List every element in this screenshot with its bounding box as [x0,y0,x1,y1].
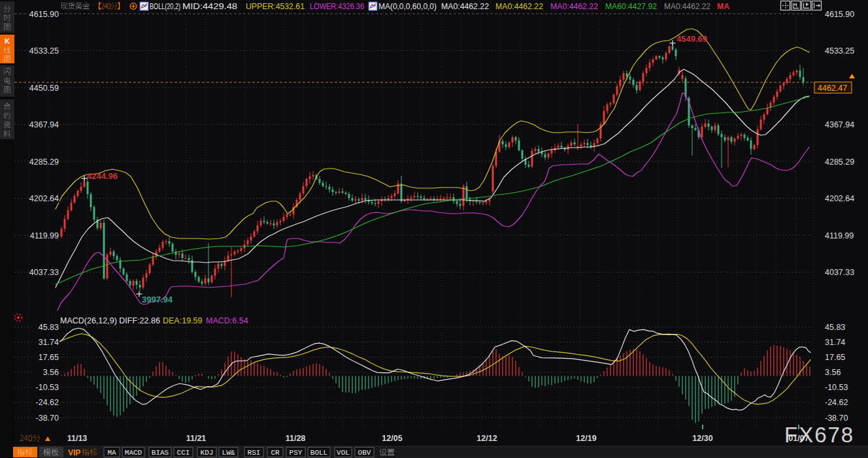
svg-text:12/12: 12/12 [476,434,497,443]
svg-text:VOL: VOL [337,449,350,457]
svg-text:4533.25: 4533.25 [29,46,59,56]
svg-text:4285.29: 4285.29 [29,157,59,167]
svg-text:4615.90: 4615.90 [29,10,59,19]
svg-text:MACD:6.54: MACD:6.54 [206,316,248,325]
svg-text:PSY: PSY [290,449,303,457]
svg-text:45.83: 45.83 [39,323,59,332]
svg-text:MACD: MACD [125,449,142,457]
svg-text:DEA:19.59: DEA:19.59 [163,316,203,325]
svg-text:-38.70: -38.70 [825,414,848,423]
svg-text:BOLL(20,2): BOLL(20,2) [150,2,180,11]
svg-text:LW&: LW& [222,449,235,457]
svg-text:12/05: 12/05 [382,434,402,443]
svg-text:CR: CR [271,449,280,457]
svg-text:4037.33: 4037.33 [29,268,59,277]
svg-text:31.74: 31.74 [39,338,59,347]
svg-text:4285.29: 4285.29 [825,157,854,167]
svg-text:-24.62: -24.62 [36,398,59,407]
svg-text:-24.62: -24.62 [825,398,848,407]
svg-text:MA(0,0,0,60,0,0): MA(0,0,0,60,0,0) [378,2,437,11]
svg-text:MA: MA [717,1,730,11]
svg-text:VIP: VIP [68,448,80,457]
svg-text:4367.94: 4367.94 [29,120,59,129]
svg-text:3.56: 3.56 [43,368,59,377]
svg-text:4244.96: 4244.96 [87,171,118,181]
svg-text:MA0:4462.22: MA0:4462.22 [664,1,710,11]
svg-text:4119.99: 4119.99 [825,231,854,240]
svg-text:17.65: 17.65 [825,353,845,362]
svg-text:12/19: 12/19 [576,434,596,443]
svg-text:MA: MA [107,449,116,457]
svg-text:11/21: 11/21 [186,434,207,443]
svg-text:FX678: FX678 [784,423,854,447]
svg-text:KDJ: KDJ [201,449,214,457]
svg-text:31.74: 31.74 [825,338,845,347]
svg-text:MA0:4462.22: MA0:4462.22 [550,1,598,11]
svg-text:3997.94: 3997.94 [142,295,173,304]
svg-text:4462.47: 4462.47 [818,84,847,93]
svg-text:4450.59: 4450.59 [29,84,59,93]
svg-text:CCI: CCI [177,449,190,457]
svg-text:-10.53: -10.53 [36,383,59,392]
svg-text:-10.53: -10.53 [825,383,848,392]
svg-text:K: K [5,37,10,45]
svg-text:BOLL: BOLL [310,449,327,457]
svg-text:45.83: 45.83 [825,323,845,332]
svg-text:4367.94: 4367.94 [825,120,854,129]
svg-text:12/30: 12/30 [692,434,712,443]
svg-text:UPPER:4532.61: UPPER:4532.61 [246,1,305,11]
svg-text:MA0:4462.22: MA0:4462.22 [441,1,489,11]
svg-text:11/13: 11/13 [67,434,88,443]
svg-text:-38.70: -38.70 [36,414,59,423]
svg-text:OBV: OBV [358,449,371,457]
svg-text:RSI: RSI [248,449,261,457]
svg-text:4202.64: 4202.64 [29,194,59,203]
svg-text:11/28: 11/28 [286,434,306,443]
svg-text:4119.99: 4119.99 [30,231,59,240]
svg-text:LOWER:4326.36: LOWER:4326.36 [310,1,364,11]
svg-text:MID:4429.48: MID:4429.48 [182,1,237,11]
svg-text:MA60:4427.92: MA60:4427.92 [605,1,657,11]
svg-text:MA0:4462.22: MA0:4462.22 [495,1,543,11]
svg-text:4202.64: 4202.64 [825,194,854,203]
svg-text:4615.90: 4615.90 [825,10,854,19]
svg-text:3.56: 3.56 [825,368,841,377]
svg-text:4549.69: 4549.69 [676,34,707,44]
svg-text:BIAS: BIAS [152,449,169,457]
svg-text:MACD(26,12,9) DIFF:22.86: MACD(26,12,9) DIFF:22.86 [60,316,160,325]
svg-text:4533.25: 4533.25 [825,46,854,56]
svg-text:4037.33: 4037.33 [825,268,854,277]
svg-text:17.65: 17.65 [39,353,59,362]
